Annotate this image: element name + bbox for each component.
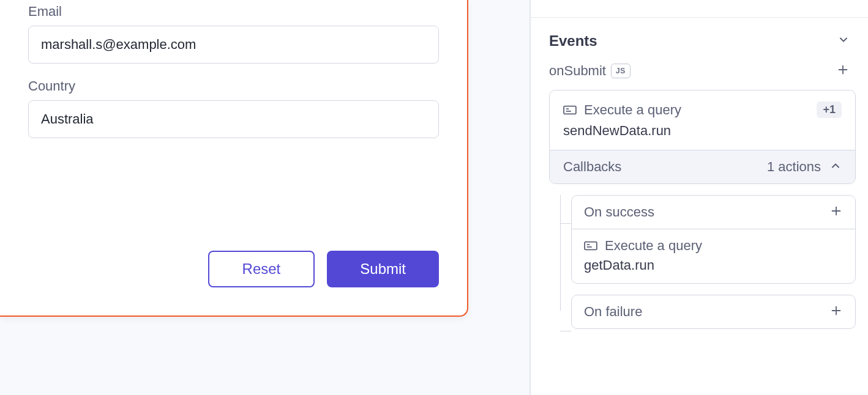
callbacks-label: Callbacks [563, 159, 621, 175]
action-fn: sendNewData.run [563, 123, 842, 139]
events-panel: Events onSubmit JS Exe [529, 0, 868, 395]
country-label: Country [28, 78, 439, 94]
plus-one-badge: +1 [817, 102, 842, 118]
query-icon [563, 105, 577, 116]
form-canvas: Email Country Reset Submit [0, 0, 529, 395]
panel-divider [531, 17, 868, 18]
callback-tree: On success Execute a query getData.run [549, 195, 856, 329]
query-icon [584, 240, 597, 251]
success-action-fn: getData.run [584, 257, 843, 273]
email-label: Email [28, 4, 439, 20]
chevron-down-icon [837, 34, 850, 48]
form-inner: Email Country Reset Submit [28, 4, 439, 287]
on-failure-box[interactable]: On failure [571, 295, 856, 329]
events-title: Events [549, 32, 597, 50]
on-failure-title: On failure [584, 304, 642, 320]
event-name: onSubmit [549, 63, 606, 79]
form-actions: Reset Submit [28, 251, 439, 287]
country-field[interactable] [28, 100, 439, 138]
events-section-header[interactable]: Events [531, 32, 868, 50]
js-badge[interactable]: JS [611, 64, 630, 78]
svg-rect-7 [585, 242, 597, 250]
email-field[interactable] [28, 26, 439, 64]
add-success-action-button[interactable] [829, 204, 843, 220]
form-card: Email Country Reset Submit [0, 0, 468, 317]
chevron-up-icon [829, 160, 842, 174]
form-group-country: Country [28, 78, 439, 138]
form-group-email: Email [28, 4, 439, 64]
action-label: Execute a query [584, 102, 681, 118]
reset-button[interactable]: Reset [208, 251, 315, 287]
svg-rect-2 [564, 106, 576, 114]
callbacks-count: 1 actions [767, 159, 821, 175]
add-failure-action-button[interactable] [829, 304, 843, 320]
submit-button[interactable]: Submit [327, 251, 439, 287]
success-action[interactable]: Execute a query getData.run [572, 229, 855, 283]
action-card[interactable]: Execute a query +1 sendNewData.run Callb… [549, 90, 856, 184]
add-action-button[interactable] [836, 63, 850, 79]
success-action-label: Execute a query [605, 238, 702, 254]
on-success-box[interactable]: On success Execute a query getData.run [571, 195, 856, 284]
callbacks-toggle[interactable]: Callbacks 1 actions [550, 150, 855, 183]
on-success-title: On success [584, 204, 654, 220]
event-handler-row: onSubmit JS [531, 63, 868, 79]
